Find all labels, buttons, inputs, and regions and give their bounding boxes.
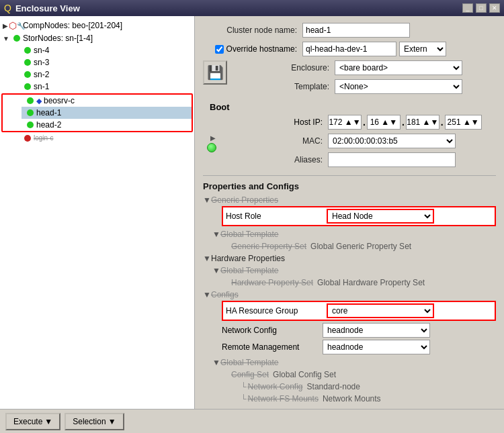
left-panel: ▶ ⬡ 🔧 CompNodes: beo-[201-204] ▼ StorNod… bbox=[0, 16, 195, 409]
comp-icon: ⬡ 🔧 bbox=[11, 20, 23, 31]
generic-properties-item: ▼ Generic Properties bbox=[203, 194, 496, 206]
dot-icon bbox=[22, 59, 34, 66]
ip-dot-1: . bbox=[363, 117, 366, 128]
host-role-row: Host Role Head Node Compute Node Storage… bbox=[222, 206, 496, 226]
override-hostname-input[interactable] bbox=[302, 42, 396, 56]
tree-item-head1[interactable]: head-1 bbox=[22, 107, 192, 119]
red-outlined-group: ◆ beosrv-c head-1 head-2 bbox=[1, 93, 193, 132]
global-template-item: ▼ Global Template bbox=[212, 228, 496, 240]
override-hostname-checkbox[interactable] bbox=[215, 45, 224, 54]
dot-icon bbox=[24, 109, 36, 116]
configs-item: ▼ Configs bbox=[203, 289, 496, 301]
config-set-label: Config Set bbox=[231, 370, 269, 379]
global-template2-label: Global Template bbox=[220, 266, 279, 275]
network-config-select[interactable]: headnode bbox=[323, 323, 430, 338]
tree-item-sn1[interactable]: sn-1 bbox=[19, 81, 194, 93]
host-role-select[interactable]: Head Node Compute Node Storage Node Logi… bbox=[327, 209, 434, 224]
sn4-label: sn-4 bbox=[34, 46, 49, 55]
global-template-label: Global Template bbox=[220, 230, 279, 239]
ha-resource-group-select[interactable]: core none bbox=[327, 303, 434, 318]
save-button[interactable]: 💾 bbox=[203, 60, 227, 85]
tree-item-beosrvc[interactable]: ◆ beosrv-c bbox=[22, 95, 192, 107]
hardware-properties-label: Hardware Properties bbox=[211, 254, 285, 263]
network-config-row: Network Config headnode bbox=[222, 323, 496, 338]
cluster-node-name-row: Cluster node name: bbox=[203, 23, 496, 38]
close-button[interactable]: ✕ bbox=[489, 3, 500, 13]
template-select[interactable]: <None> bbox=[335, 79, 462, 94]
generic-property-set-item: Generic Property Set Global Generic Prop… bbox=[231, 240, 496, 252]
cluster-node-name-input[interactable] bbox=[302, 23, 410, 38]
global-template3-label: Global Template bbox=[220, 358, 279, 367]
network-fs-mounts-item: └ Network FS Mounts Network Mounts bbox=[241, 393, 496, 405]
override-label-wrap: Override hostname: bbox=[203, 44, 297, 54]
remote-management-select[interactable]: headnode bbox=[323, 340, 430, 354]
configs-label: Configs bbox=[211, 290, 239, 299]
mac-label: MAC: bbox=[228, 136, 323, 146]
tree-item-sn4[interactable]: sn-4 bbox=[19, 44, 194, 56]
enclosure-row: Enclosure: <bare board> bbox=[235, 60, 462, 75]
arrow-icon: ▼ bbox=[212, 266, 220, 275]
dot-icon bbox=[24, 122, 36, 128]
boot-title: Boot bbox=[210, 102, 496, 112]
extern-select[interactable]: Extern Intern bbox=[399, 42, 446, 56]
host-ip-label: Host IP: bbox=[228, 117, 323, 127]
hardware-property-set-item: Hardware Property Set Global Hardware Pr… bbox=[231, 277, 496, 289]
template-row: Template: <None> bbox=[235, 79, 462, 94]
boot-radio[interactable] bbox=[207, 143, 216, 152]
remote-management-label: Remote Management bbox=[222, 342, 323, 352]
ip-part-1[interactable]: 172 ▲▼ bbox=[328, 115, 362, 130]
main-container: ▶ ⬡ 🔧 CompNodes: beo-[201-204] ▼ StorNod… bbox=[0, 16, 504, 409]
override-hostname-label: Override hostname: bbox=[226, 44, 297, 54]
props-title: Properties and Configs bbox=[203, 181, 496, 191]
ip-part-3[interactable]: 181 ▲▼ bbox=[406, 115, 439, 130]
minimize-button[interactable]: _ bbox=[462, 3, 473, 13]
selection-button[interactable]: Selection ▼ bbox=[65, 413, 124, 430]
window-title: Enclosure View bbox=[15, 3, 80, 13]
sn1-label: sn-1 bbox=[34, 82, 49, 91]
dot-icon bbox=[24, 97, 36, 104]
host-role-label: Host Role bbox=[226, 211, 327, 221]
tree-item-compnodes[interactable]: ▶ ⬡ 🔧 CompNodes: beo-[201-204] bbox=[0, 19, 194, 32]
tree-item-head2[interactable]: head-2 bbox=[22, 119, 192, 131]
maximize-button[interactable]: □ bbox=[476, 3, 487, 13]
tree-item-sn3[interactable]: sn-3 bbox=[19, 56, 194, 68]
execute-label: Execute bbox=[13, 417, 42, 426]
titlebar-controls[interactable]: _ □ ✕ bbox=[462, 3, 500, 13]
tree-item-stornodes[interactable]: ▼ StorNodes: sn-[1-4] bbox=[0, 32, 194, 44]
boot-content: ▶ Host IP: 172 ▲▼ . 16 ▲▼ . 181 ▲▼ . 251… bbox=[203, 115, 496, 171]
global-template3-item: ▼ Global Template bbox=[212, 356, 496, 369]
aliases-label: Aliases: bbox=[228, 155, 323, 164]
props-tree: ▼ Generic Properties Host Role Head Node… bbox=[203, 194, 496, 405]
tree-item-sn2[interactable]: sn-2 bbox=[19, 68, 194, 81]
tree-item-loginc[interactable]: login-c bbox=[19, 133, 194, 143]
network-fs-mounts-value: Network Mounts bbox=[323, 394, 381, 403]
network-config2-label: Network Config bbox=[248, 382, 303, 391]
right-panel: Cluster node name: Override hostname: Ex… bbox=[195, 16, 504, 409]
arrow-icon: ▼ bbox=[212, 358, 220, 367]
props-section: Properties and Configs ▼ Generic Propert… bbox=[203, 181, 496, 405]
selection-arrow-icon: ▼ bbox=[108, 417, 116, 426]
mac-row: MAC: 02:00:00:00:03:b5 bbox=[228, 134, 482, 148]
arrow-icon: ▼ bbox=[203, 290, 211, 299]
stor-icon bbox=[11, 35, 23, 42]
aliases-input[interactable] bbox=[328, 152, 456, 167]
dot-icon bbox=[22, 47, 34, 54]
compnodes-label: CompNodes: beo-[201-204] bbox=[23, 21, 122, 30]
head1-label: head-1 bbox=[36, 108, 61, 117]
beosrvc-label: beosrv-c bbox=[44, 96, 75, 105]
titlebar-left: Q Enclosure View bbox=[4, 3, 80, 13]
ip-dot-3: . bbox=[441, 117, 444, 128]
mac-select[interactable]: 02:00:00:00:03:b5 bbox=[328, 134, 456, 148]
ip-part-2[interactable]: 16 ▲▼ bbox=[367, 115, 401, 130]
stornodes-label: StorNodes: sn-[1-4] bbox=[23, 34, 93, 43]
ha-resource-group-row: HA Resource Group core none bbox=[222, 301, 496, 321]
network-fs-mounts-label: Network FS Mounts bbox=[248, 394, 319, 403]
titlebar: Q Enclosure View _ □ ✕ bbox=[0, 0, 504, 16]
head2-label: head-2 bbox=[36, 120, 61, 130]
beosrv-icon: ◆ bbox=[36, 97, 42, 105]
enclosure-select[interactable]: <bare board> bbox=[335, 60, 462, 75]
execute-button[interactable]: Execute ▼ bbox=[5, 413, 60, 430]
divider bbox=[203, 175, 496, 176]
ip-part-4[interactable]: 251 ▲▼ bbox=[445, 115, 482, 130]
hardware-properties-item: ▼ Hardware Properties bbox=[203, 252, 496, 264]
